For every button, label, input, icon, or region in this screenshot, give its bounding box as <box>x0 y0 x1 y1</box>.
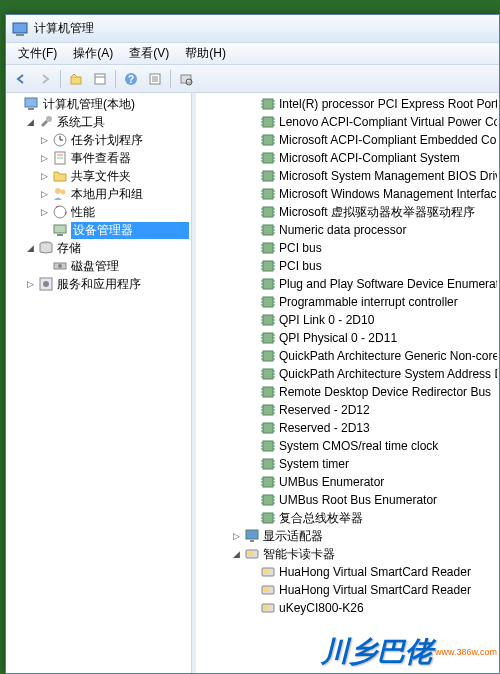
scan-button[interactable] <box>175 68 197 90</box>
device-item[interactable]: Remote Desktop Device Redirector Bus <box>198 383 497 401</box>
svg-rect-187 <box>263 495 273 505</box>
help-button[interactable]: ? <box>120 68 142 90</box>
device-item[interactable]: QuickPath Architecture Generic Non-core <box>198 347 497 365</box>
device-item[interactable]: Numeric data processor <box>198 221 497 239</box>
device-label: UMBus Enumerator <box>279 475 497 489</box>
expand-icon[interactable]: ▷ <box>36 171 52 181</box>
device-item[interactable]: Microsoft System Management BIOS Drive <box>198 167 497 185</box>
device-item[interactable]: Microsoft ACPI-Compliant System <box>198 149 497 167</box>
expand-icon[interactable]: ▷ <box>228 531 244 541</box>
up-button[interactable] <box>65 68 87 90</box>
node-storage[interactable]: ◢存储 <box>8 239 189 257</box>
back-button[interactable] <box>10 68 32 90</box>
device-item[interactable]: Microsoft Windows Management Interface <box>198 185 497 203</box>
svg-rect-201 <box>246 530 258 539</box>
node-label: 系统工具 <box>57 114 189 131</box>
node-events[interactable]: ▷事件查看器 <box>8 149 189 167</box>
device-label: System timer <box>279 457 497 471</box>
chip-icon <box>260 96 276 112</box>
node-users[interactable]: ▷本地用户和组 <box>8 185 189 203</box>
chip-icon <box>260 168 276 184</box>
toolbar-sep <box>170 70 171 88</box>
props-button[interactable] <box>144 68 166 90</box>
device-item[interactable]: Programmable interrupt controller <box>198 293 497 311</box>
device-item[interactable]: Reserved - 2D13 <box>198 419 497 437</box>
node-scheduler[interactable]: ▷任务计划程序 <box>8 131 189 149</box>
svg-rect-1 <box>16 34 24 36</box>
device-item[interactable]: 复合总线枚举器 <box>198 509 497 527</box>
device-item[interactable]: UMBus Enumerator <box>198 473 497 491</box>
node-label: 性能 <box>71 204 189 221</box>
disk-icon <box>52 258 68 274</box>
device-label: Programmable interrupt controller <box>279 295 497 309</box>
device-item[interactable]: Microsoft ACPI-Compliant Embedded Cont <box>198 131 497 149</box>
node-devmgr[interactable]: 设备管理器 <box>8 221 189 239</box>
left-pane[interactable]: 计算机管理(本地) ◢系统工具 ▷任务计划程序 ▷事件查看器 ▷共享文件夹 ▷本… <box>6 93 192 673</box>
device-item[interactable]: Intel(R) processor PCI Express Root Port… <box>198 95 497 113</box>
category-display[interactable]: ▷显示适配器 <box>198 527 497 545</box>
device-item[interactable]: System timer <box>198 455 497 473</box>
expand-icon[interactable]: ▷ <box>36 135 52 145</box>
device-item[interactable]: PCI bus <box>198 239 497 257</box>
menu-view[interactable]: 查看(V) <box>121 43 177 64</box>
svg-point-24 <box>54 206 66 218</box>
node-shared[interactable]: ▷共享文件夹 <box>8 167 189 185</box>
device-item[interactable]: QPI Link 0 - 2D10 <box>198 311 497 329</box>
collapse-icon[interactable]: ◢ <box>228 549 244 559</box>
device-item[interactable]: System CMOS/real time clock <box>198 437 497 455</box>
smartcard-item[interactable]: HuaHong Virtual SmartCard Reader <box>198 581 497 599</box>
device-item[interactable]: Reserved - 2D12 <box>198 401 497 419</box>
services-icon <box>38 276 54 292</box>
device-label: QuickPath Architecture Generic Non-core <box>279 349 497 363</box>
device-item[interactable]: UMBus Root Bus Enumerator <box>198 491 497 509</box>
svg-rect-204 <box>248 552 253 556</box>
chip-icon <box>260 366 276 382</box>
collapse-icon[interactable]: ◢ <box>22 117 38 127</box>
right-pane[interactable]: Intel(R) processor PCI Express Root Port… <box>196 93 499 673</box>
window: 计算机管理 文件(F) 操作(A) 查看(V) 帮助(H) ? 计算机管理(本地… <box>5 14 500 674</box>
monitor-icon <box>244 528 260 544</box>
device-item[interactable]: QuickPath Architecture System Address De <box>198 365 497 383</box>
node-root[interactable]: 计算机管理(本地) <box>8 95 189 113</box>
svg-rect-208 <box>264 588 269 592</box>
device-item[interactable]: QPI Physical 0 - 2D11 <box>198 329 497 347</box>
node-tools[interactable]: ◢系统工具 <box>8 113 189 131</box>
node-label: 共享文件夹 <box>71 168 189 185</box>
smartcard-item[interactable]: uKeyCI800-K26 <box>198 599 497 617</box>
device-label: PCI bus <box>279 259 497 273</box>
device-label: Intel(R) processor PCI Express Root Port… <box>279 97 497 111</box>
svg-point-23 <box>61 190 66 195</box>
menu-action[interactable]: 操作(A) <box>65 43 121 64</box>
node-perf[interactable]: ▷性能 <box>8 203 189 221</box>
device-item[interactable]: PCI bus <box>198 257 497 275</box>
device-item[interactable]: Lenovo ACPI-Compliant Virtual Power Con <box>198 113 497 131</box>
menu-help[interactable]: 帮助(H) <box>177 43 234 64</box>
expand-icon[interactable]: ▷ <box>36 153 52 163</box>
chip-icon <box>260 312 276 328</box>
svg-rect-68 <box>263 189 273 199</box>
device-item[interactable]: Plug and Play Software Device Enumerator <box>198 275 497 293</box>
expand-icon[interactable]: ▷ <box>22 279 38 289</box>
device-label: Numeric data processor <box>279 223 497 237</box>
node-services[interactable]: ▷服务和应用程序 <box>8 275 189 293</box>
node-label: 本地用户和组 <box>71 186 189 203</box>
users-icon <box>52 186 68 202</box>
smartcard-item[interactable]: HuaHong Virtual SmartCard Reader <box>198 563 497 581</box>
expand-icon[interactable]: ▷ <box>36 189 52 199</box>
node-disk[interactable]: 磁盘管理 <box>8 257 189 275</box>
menu-file[interactable]: 文件(F) <box>10 43 65 64</box>
device-item[interactable]: Microsoft 虚拟驱动器枚举器驱动程序 <box>198 203 497 221</box>
category-label: 显示适配器 <box>263 528 497 545</box>
device-label: Microsoft ACPI-Compliant Embedded Cont <box>279 133 497 147</box>
titlebar: 计算机管理 <box>6 15 499 43</box>
category-smartcard[interactable]: ◢智能卡读卡器 <box>198 545 497 563</box>
expand-icon[interactable]: ▷ <box>36 207 52 217</box>
device-label: System CMOS/real time clock <box>279 439 497 453</box>
chip-icon <box>260 492 276 508</box>
device-label: UMBus Root Bus Enumerator <box>279 493 497 507</box>
forward-button[interactable] <box>34 68 56 90</box>
collapse-icon[interactable]: ◢ <box>22 243 38 253</box>
toolbar: ? <box>6 65 499 93</box>
device-label: Plug and Play Software Device Enumerator <box>279 277 497 291</box>
show-button[interactable] <box>89 68 111 90</box>
